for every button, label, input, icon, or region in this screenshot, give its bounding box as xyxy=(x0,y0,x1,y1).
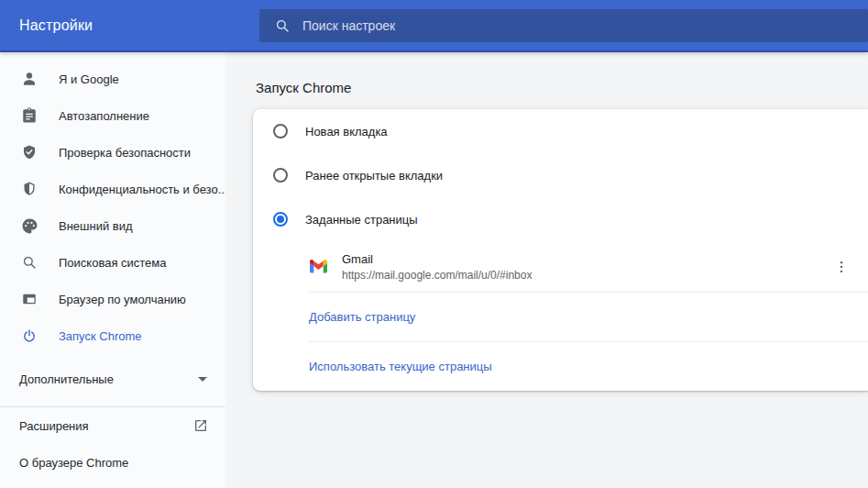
sidebar-advanced-toggle[interactable]: Дополнительные xyxy=(0,360,225,397)
use-current-pages-button[interactable]: Использовать текущие страницы xyxy=(253,342,868,391)
option-open-specific-pages[interactable]: Заданные страницы xyxy=(253,197,868,241)
sidebar-item-label: Я и Google xyxy=(59,72,119,86)
settings-sidebar: Я и Google Автозаполнение xyxy=(0,52,225,488)
sidebar-item-extensions[interactable]: Расширения xyxy=(0,407,225,444)
sidebar-item-label: Проверка безопасности xyxy=(59,146,191,160)
sidebar-item-safety-check[interactable]: Проверка безопасности xyxy=(0,134,225,171)
sidebar-item-privacy-security[interactable]: Конфиденциальность и безо... xyxy=(0,171,225,207)
sidebar-item-search-engine[interactable]: Поисковая система xyxy=(0,244,225,281)
settings-header: Настройки xyxy=(0,0,868,52)
about-chrome-label: О браузере Chrome xyxy=(19,456,128,470)
sidebar-item-label: Поисковая система xyxy=(59,256,167,270)
option-new-tab[interactable]: Новая вкладка xyxy=(253,109,868,153)
startup-options-card: Новая вкладка Ранее открытые вкладки Зад… xyxy=(253,109,868,391)
open-in-new-icon xyxy=(193,418,208,433)
more-options-icon[interactable] xyxy=(833,256,850,278)
sidebar-item-label: Автозаполнение xyxy=(59,109,149,123)
advanced-label: Дополнительные xyxy=(19,372,114,386)
safety-check-icon xyxy=(20,143,38,161)
radio-button-selected[interactable] xyxy=(273,212,288,227)
sidebar-item-on-startup[interactable]: Запуск Chrome xyxy=(0,317,225,354)
use-current-pages-label: Использовать текущие страницы xyxy=(309,360,492,373)
option-continue-where-left-off[interactable]: Ранее открытые вкладки xyxy=(253,153,868,197)
appearance-icon xyxy=(20,216,38,235)
chevron-down-icon xyxy=(198,377,207,382)
sidebar-item-label: Конфиденциальность и безо... xyxy=(59,183,227,196)
search-engine-icon xyxy=(20,253,38,272)
sidebar-item-appearance[interactable]: Внешний вид xyxy=(0,207,225,244)
autofill-icon xyxy=(20,106,38,125)
search-icon xyxy=(274,17,291,34)
sidebar-item-label: Внешний вид xyxy=(59,219,133,233)
option-label: Ранее открытые вкладки xyxy=(305,169,443,183)
option-label: Новая вкладка xyxy=(305,125,388,139)
sidebar-item-label: Браузер по умолчанию xyxy=(59,293,186,306)
page-entry-title: Gmail xyxy=(342,252,532,266)
sidebar-item-autofill[interactable]: Автозаполнение xyxy=(0,97,225,134)
radio-button[interactable] xyxy=(273,168,288,183)
startup-page-row: Gmail https://mail.google.com/mail/u/0/#… xyxy=(253,241,868,292)
extensions-label: Расширения xyxy=(19,419,89,433)
default-browser-icon xyxy=(20,290,38,308)
page-entry-url: https://mail.google.com/mail/u/0/#inbox xyxy=(342,269,532,282)
sidebar-item-default-browser[interactable]: Браузер по умолчанию xyxy=(0,281,225,317)
option-label: Заданные страницы xyxy=(305,213,418,227)
section-title: Запуск Chrome xyxy=(256,80,868,95)
power-icon xyxy=(20,327,38,345)
radio-button[interactable] xyxy=(273,124,288,139)
page-title: Настройки xyxy=(0,17,93,34)
sidebar-item-label: Запуск Chrome xyxy=(59,329,142,343)
search-input[interactable] xyxy=(302,18,868,33)
main-content: Запуск Chrome Новая вкладка Ранее открыт… xyxy=(225,52,868,488)
sidebar-item-you-and-google[interactable]: Я и Google xyxy=(0,61,225,97)
add-page-button[interactable]: Добавить страницу xyxy=(253,293,868,341)
search-settings-box[interactable] xyxy=(259,9,868,42)
gmail-icon xyxy=(310,258,328,276)
privacy-icon xyxy=(20,180,38,198)
person-icon xyxy=(20,70,38,88)
add-page-label: Добавить страницу xyxy=(309,310,415,324)
sidebar-item-about-chrome[interactable]: О браузере Chrome xyxy=(0,444,225,481)
